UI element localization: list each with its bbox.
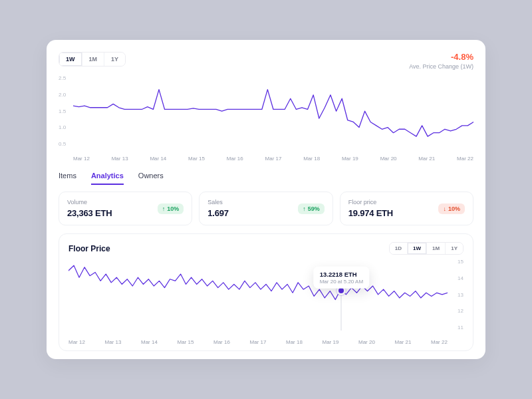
arrow-down-icon: ↓ (443, 205, 446, 212)
stat-value: 1.697 (207, 208, 229, 218)
delta-value: 59% (308, 205, 320, 212)
tick: Mar 17 (265, 156, 282, 162)
tick: Mar 21 (395, 339, 412, 345)
range-1w[interactable]: 1W (407, 243, 426, 254)
tick: Mar 21 (418, 156, 435, 162)
tick: 12 (458, 308, 464, 314)
tick: Mar 12 (73, 156, 90, 162)
tick: Mar 13 (105, 339, 122, 345)
chart2-y-ticks: 1514131211 (458, 259, 464, 331)
top-row: 1W1M1Y -4.8% Ave. Price Change (1W) (47, 52, 485, 70)
price-change-pct: -4.8% (409, 52, 473, 62)
price-chart: 2.52.01.51.00.5 Mar 12Mar 13Mar 14Mar 15… (47, 75, 485, 162)
stat-label: Volume (67, 199, 112, 205)
stat-value: 19.974 ETH (348, 208, 393, 218)
tooltip-marker (338, 288, 344, 293)
tick: Mar 16 (227, 156, 243, 162)
tick: Mar 17 (250, 339, 267, 345)
tab-items[interactable]: Items (59, 172, 76, 185)
stat-label: Sales (207, 199, 229, 205)
tooltip-value: 13.2218 ETH (320, 271, 363, 278)
arrow-up-icon: ↑ (162, 205, 166, 212)
chart2-svg (68, 259, 448, 327)
tick: 2.0 (59, 92, 66, 98)
tooltip-time: Mar 20 at 5.20 AM (320, 279, 363, 285)
range-1m[interactable]: 1M (82, 53, 104, 66)
stats-row: Volume23,363 ETH↑10%Sales1.697↑59%Floor … (47, 185, 485, 225)
tick: Mar 20 (358, 339, 375, 345)
tick: Mar 18 (286, 339, 303, 345)
tooltip-guideline (341, 291, 342, 331)
range-toggle-top: 1W1M1Y (59, 52, 126, 66)
tick: 0.5 (59, 141, 66, 147)
tabs: ItemsAnalyticsOwners (47, 162, 485, 185)
tick: 2.5 (59, 75, 66, 81)
stat-sales: Sales1.697↑59% (199, 192, 332, 225)
tick: 14 (458, 275, 464, 281)
tick: Mar 16 (213, 339, 230, 345)
chart1-svg (73, 75, 473, 147)
chart1-line (73, 90, 473, 136)
tick: Mar 18 (303, 156, 320, 162)
range-1y[interactable]: 1Y (445, 243, 463, 254)
range-toggle-floor: 1D1W1M1Y (389, 242, 464, 255)
tick: 15 (458, 259, 464, 265)
tick: 13 (458, 292, 464, 298)
tick: Mar 14 (150, 156, 166, 162)
delta-badge: ↓10% (438, 203, 465, 214)
price-change-label: Ave. Price Change (1W) (409, 63, 473, 70)
tooltip: 13.2218 ETH Mar 20 at 5.20 AM (314, 267, 369, 289)
tick: Mar 19 (342, 156, 358, 162)
chart1-y-ticks: 2.52.01.51.00.5 (59, 75, 66, 147)
chart2-line (68, 265, 448, 299)
delta-badge: ↑59% (298, 203, 325, 214)
tick: 1.5 (59, 108, 66, 114)
chart2-x-ticks: Mar 12Mar 13Mar 14Mar 15Mar 16Mar 17Mar … (68, 339, 448, 345)
analytics-card: 1W1M1Y -4.8% Ave. Price Change (1W) 2.52… (47, 40, 485, 359)
stat-floor-price: Floor price19.974 ETH↓10% (340, 192, 473, 225)
tick: 11 (458, 325, 464, 331)
tick: Mar 15 (178, 339, 194, 345)
price-change-block: -4.8% Ave. Price Change (1W) (409, 52, 473, 70)
floor-title: Floor Price (68, 244, 110, 253)
arrow-up-icon: ↑ (303, 205, 306, 212)
tick: Mar 22 (431, 339, 448, 345)
delta-badge: ↑10% (158, 203, 184, 214)
range-1y[interactable]: 1Y (104, 53, 125, 66)
delta-value: 10% (167, 205, 179, 212)
tick: Mar 14 (141, 339, 158, 345)
floor-head: Floor Price 1D1W1M1Y (68, 242, 464, 255)
range-1w[interactable]: 1W (59, 53, 82, 66)
floor-chart: 1514131211 13.2218 ETH Mar 20 at 5.20 AM… (68, 259, 464, 345)
tick: 1.0 (59, 124, 66, 130)
tick: Mar 20 (380, 156, 397, 162)
range-1m[interactable]: 1M (426, 243, 445, 254)
tab-owners[interactable]: Owners (138, 172, 164, 185)
floor-card: Floor Price 1D1W1M1Y 1514131211 13.2218 … (59, 233, 473, 351)
chart1-x-ticks: Mar 12Mar 13Mar 14Mar 15Mar 16Mar 17Mar … (73, 156, 473, 162)
tick: Mar 12 (68, 339, 85, 345)
stat-label: Floor price (348, 199, 393, 205)
tick: Mar 15 (188, 156, 205, 162)
tab-analytics[interactable]: Analytics (91, 172, 124, 185)
stat-volume: Volume23,363 ETH↑10% (59, 192, 192, 225)
tick: Mar 19 (323, 339, 339, 345)
stat-value: 23,363 ETH (67, 208, 112, 218)
tick: Mar 22 (457, 156, 473, 162)
tick: Mar 13 (112, 156, 128, 162)
delta-value: 10% (448, 205, 460, 212)
range-1d[interactable]: 1D (390, 243, 407, 254)
